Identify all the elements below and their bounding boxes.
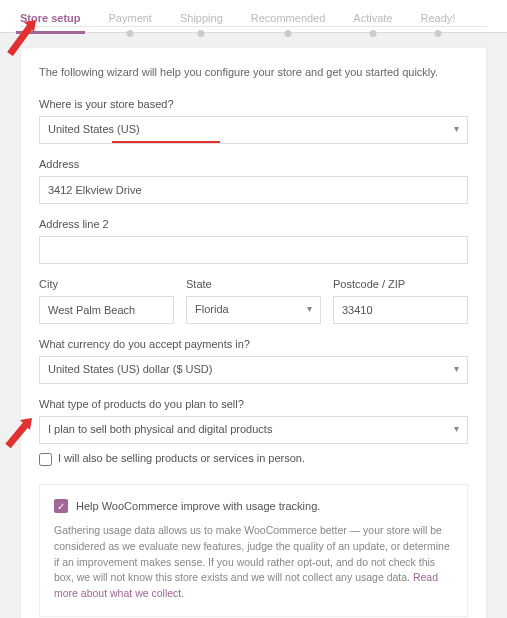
in-person-label: I will also be selling products or servi… [58,452,305,464]
product-type-label: What type of products do you plan to sel… [39,398,468,410]
step-recommended[interactable]: Recommended [251,12,326,24]
tracking-checkbox[interactable]: ✓ [54,499,68,513]
intro-text: The following wizard will help you confi… [39,66,468,78]
step-store-setup[interactable]: Store setup [20,12,81,24]
city-label: City [39,278,174,290]
wizard-steps: Store setup Payment Shipping Recommended… [0,0,507,33]
product-type-select[interactable]: I plan to sell both physical and digital… [39,416,468,444]
tracking-body: Gathering usage data allows us to make W… [54,523,453,602]
address-label: Address [39,158,468,170]
address-input[interactable] [39,176,468,204]
zip-label: Postcode / ZIP [333,278,468,290]
address2-label: Address line 2 [39,218,468,230]
tracking-title: Help WooCommerce improve with usage trac… [76,500,320,512]
store-based-label: Where is your store based? [39,98,468,110]
step-line [20,26,487,27]
in-person-checkbox[interactable] [39,453,52,466]
step-activate[interactable]: Activate [353,12,392,24]
step-ready[interactable]: Ready! [421,12,456,24]
currency-label: What currency do you accept payments in? [39,338,468,350]
city-input[interactable] [39,296,174,324]
tracking-box: ✓ Help WooCommerce improve with usage tr… [39,484,468,617]
store-based-select[interactable]: United States (US) [39,116,468,144]
state-label: State [186,278,321,290]
zip-input[interactable] [333,296,468,324]
address2-input[interactable] [39,236,468,264]
setup-panel: The following wizard will help you confi… [20,47,487,618]
step-payment[interactable]: Payment [109,12,152,24]
currency-select[interactable]: United States (US) dollar ($ USD) [39,356,468,384]
step-shipping[interactable]: Shipping [180,12,223,24]
state-select[interactable]: Florida [186,296,321,324]
